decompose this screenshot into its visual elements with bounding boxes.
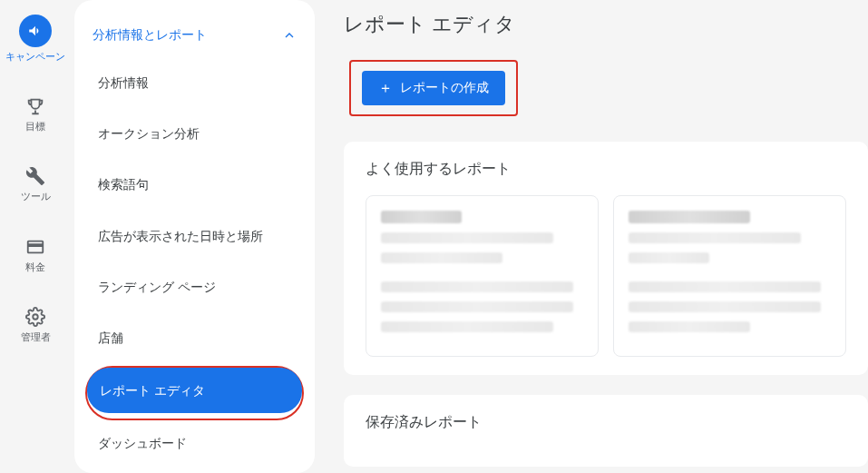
placeholder-bar [629,281,821,292]
panel-header-label: 分析情報とレポート [93,27,207,44]
placeholder-bar [381,252,502,263]
create-report-button[interactable]: ＋ レポートの作成 [362,71,505,105]
main-content: レポート エディタ ＋ レポートの作成 よく使用するレポート [315,0,868,473]
submenu-insights[interactable]: 分析情報 [85,60,304,105]
submenu-dashboard[interactable]: ダッシュボード [85,420,304,466]
placeholder-bar [629,301,821,312]
report-tiles [366,195,846,357]
submenu-store[interactable]: 店舗 [85,315,304,360]
megaphone-icon [19,15,52,47]
placeholder-bar [381,211,462,223]
left-rail: キャンペーン 目標 ツール 料金 管理者 [0,0,71,473]
placeholder-bar [381,232,553,243]
submenu-highlight: レポート エディタ [85,366,304,420]
rail-campaigns[interactable]: キャンペーン [0,7,71,70]
submenu-landing[interactable]: ランディング ページ [85,264,304,310]
placeholder-bar [629,252,709,263]
rail-tools[interactable]: ツール [0,158,71,210]
rail-tools-label: ツール [21,191,51,202]
placeholder-bar [629,321,750,332]
card-icon [24,236,46,258]
create-report-label: レポートの作成 [400,80,489,96]
panel-header[interactable]: 分析情報とレポート [74,15,315,60]
submenu: 分析情報 オークション分析 検索語句 広告が表示された日時と場所 ランディング … [74,60,315,467]
gear-icon [24,306,46,328]
submenu-when-where[interactable]: 広告が表示された日時と場所 [85,213,304,259]
tools-icon [24,165,46,187]
chevron-up-icon [282,28,297,43]
plus-icon: ＋ [378,81,393,95]
rail-billing[interactable]: 料金 [0,229,71,281]
svg-point-0 [33,314,38,320]
placeholder-bar [381,321,553,332]
placeholder-bar [629,232,801,243]
create-highlight: ＋ レポートの作成 [349,60,518,116]
submenu-auction[interactable]: オークション分析 [85,111,304,156]
saved-reports-title: 保存済みレポート [366,413,846,432]
rail-campaigns-label: キャンペーン [5,51,65,63]
rail-admin-label: 管理者 [21,331,51,343]
page-title: レポート エディタ [344,11,868,38]
rail-billing-label: 料金 [25,261,45,273]
side-panel: 分析情報とレポート 分析情報 オークション分析 検索語句 広告が表示された日時と… [74,0,315,473]
rail-admin[interactable]: 管理者 [0,299,71,350]
placeholder-bar [381,301,573,312]
trophy-icon [24,95,46,117]
saved-reports-card: 保存済みレポート [344,395,868,467]
submenu-report-editor[interactable]: レポート エディタ [87,368,302,413]
submenu-search-terms[interactable]: 検索語句 [85,162,304,207]
placeholder-bar [629,211,750,223]
rail-goals-label: 目標 [25,121,45,133]
frequently-used-card: よく使用するレポート [344,142,868,375]
rail-goals[interactable]: 目標 [0,88,71,140]
report-tile[interactable] [366,195,599,357]
placeholder-bar [381,281,573,292]
report-tile[interactable] [613,195,846,357]
frequently-used-title: よく使用するレポート [366,160,846,179]
